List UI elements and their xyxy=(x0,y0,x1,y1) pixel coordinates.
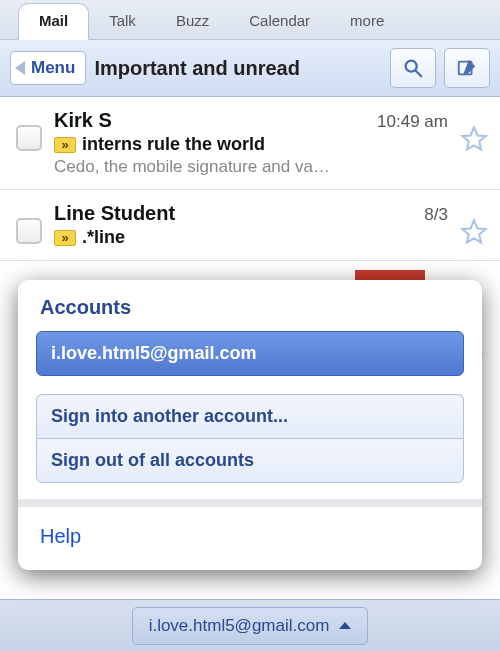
important-icon xyxy=(54,137,76,153)
mail-content: Kirk S 10:49 am interns rule the world C… xyxy=(54,109,448,177)
mail-date: 10:49 am xyxy=(377,112,448,132)
help-link[interactable]: Help xyxy=(18,507,482,560)
mail-content: Line Student 8/3 .*line xyxy=(54,202,448,248)
sender-name: Kirk S xyxy=(54,109,377,132)
chevron-left-icon xyxy=(15,61,25,75)
popup-list: i.love.html5@gmail.com Sign into another… xyxy=(18,331,482,507)
account-footer: i.love.html5@gmail.com xyxy=(0,599,500,651)
star-outline-icon xyxy=(460,125,488,153)
compose-icon xyxy=(456,57,478,79)
mail-item[interactable]: Kirk S 10:49 am interns rule the world C… xyxy=(0,97,500,190)
top-tabs: Mail Talk Buzz Calendar more xyxy=(0,0,500,40)
star-toggle[interactable] xyxy=(460,125,488,153)
mail-item[interactable]: Line Student 8/3 .*line xyxy=(0,190,500,261)
star-outline-icon xyxy=(460,218,488,246)
account-email: i.love.html5@gmail.com xyxy=(149,616,330,636)
triangle-up-icon xyxy=(339,622,351,629)
tab-talk[interactable]: Talk xyxy=(89,4,156,39)
accounts-popup: Accounts i.love.html5@gmail.com Sign int… xyxy=(18,280,482,570)
search-button[interactable] xyxy=(390,48,436,88)
sign-out-all-button[interactable]: Sign out of all accounts xyxy=(36,438,464,483)
tab-buzz[interactable]: Buzz xyxy=(156,4,229,39)
sender-name: Line Student xyxy=(54,202,424,225)
mail-subject: .*line xyxy=(82,227,125,248)
account-switcher[interactable]: i.love.html5@gmail.com xyxy=(132,607,369,645)
tab-more[interactable]: more xyxy=(330,4,404,39)
mail-list: Kirk S 10:49 am interns rule the world C… xyxy=(0,97,500,261)
account-item-selected[interactable]: i.love.html5@gmail.com xyxy=(36,331,464,376)
mail-subject: interns rule the world xyxy=(82,134,265,155)
menu-button-label: Menu xyxy=(31,58,75,78)
svg-line-1 xyxy=(416,71,422,77)
mail-date: 8/3 xyxy=(424,205,448,225)
select-checkbox[interactable] xyxy=(16,218,42,244)
tab-calendar[interactable]: Calendar xyxy=(229,4,330,39)
important-icon xyxy=(54,230,76,246)
star-toggle[interactable] xyxy=(460,218,488,246)
mail-snippet: Cedo, the mobile signature and va… xyxy=(54,157,448,177)
menu-button[interactable]: Menu xyxy=(10,51,86,85)
sign-in-another-button[interactable]: Sign into another account... xyxy=(36,394,464,438)
compose-button[interactable] xyxy=(444,48,490,88)
toolbar: Menu Important and unread xyxy=(0,40,500,97)
tab-mail[interactable]: Mail xyxy=(18,3,89,40)
select-checkbox[interactable] xyxy=(16,125,42,151)
search-icon xyxy=(402,57,424,79)
page-title: Important and unread xyxy=(94,57,382,80)
popup-title: Accounts xyxy=(18,280,482,331)
